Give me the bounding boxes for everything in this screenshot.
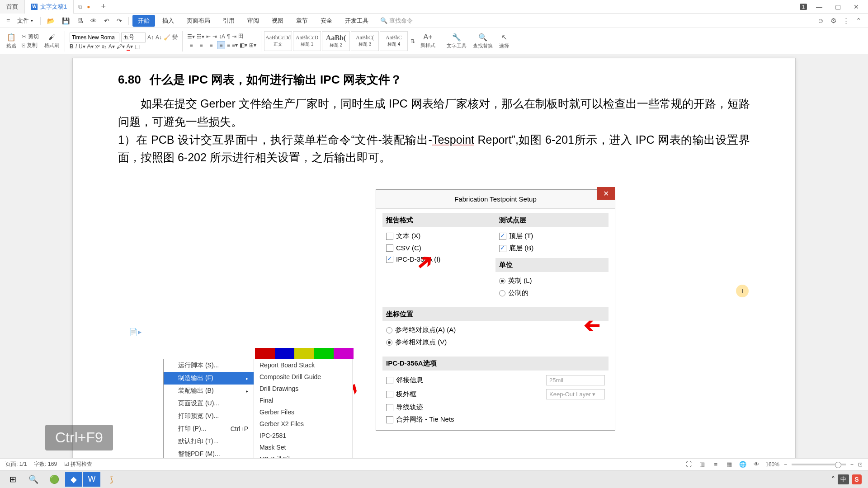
status-page[interactable]: 页面: 1/1 bbox=[5, 460, 27, 468]
checkbox-top[interactable]: 顶层 (T) bbox=[495, 230, 609, 242]
submenu-item[interactable]: 页面设置 (U)... bbox=[164, 397, 254, 410]
tab-document[interactable]: W 文字文稿1 bbox=[25, 0, 74, 14]
wps-icon[interactable]: W bbox=[83, 472, 100, 487]
numbering-button[interactable]: ☷▾ bbox=[197, 33, 204, 40]
zoom-out-icon[interactable]: − bbox=[784, 461, 787, 468]
style-gallery[interactable]: AaBbCcDd正文 AaBbCcD标题 1 AaBb(标题 2 AaBbC(标… bbox=[264, 31, 417, 52]
radio-rel-origin[interactable]: 参考相对原点 (V) bbox=[382, 336, 609, 348]
view-outline-icon[interactable]: ≡ bbox=[711, 460, 720, 469]
italic-button[interactable]: I bbox=[75, 43, 77, 50]
find-replace-button[interactable]: 🔍 查找替换 bbox=[470, 28, 495, 54]
submenu-item[interactable]: Report Board Stack bbox=[254, 359, 353, 371]
tab-insert[interactable]: 插入 bbox=[157, 15, 179, 27]
strike-button[interactable]: A▾ bbox=[87, 43, 94, 50]
tab-start[interactable]: 开始 bbox=[132, 15, 155, 27]
phonetic-icon[interactable]: 變 bbox=[172, 33, 178, 41]
align-right-button[interactable]: ≡ bbox=[207, 41, 215, 49]
format-painter-button[interactable]: 🖌 格式刷 bbox=[42, 28, 62, 54]
tab-chapter[interactable]: 章节 bbox=[291, 15, 313, 27]
paragraph-mark-button[interactable]: ¶ bbox=[227, 33, 230, 40]
select-button[interactable]: ↖ 选择 bbox=[496, 28, 512, 54]
checkbox-csv[interactable]: CSV (C) bbox=[382, 242, 495, 253]
dialog-close-button[interactable]: ✕ bbox=[597, 187, 615, 200]
tab-view[interactable]: 视图 bbox=[266, 15, 289, 27]
open-icon[interactable]: 📂 bbox=[44, 16, 57, 26]
text-tool-button[interactable]: 🔧 文字工具 bbox=[444, 28, 469, 54]
highlight-button[interactable]: 🖍▾ bbox=[117, 43, 125, 50]
subscript-button[interactable]: x₂ bbox=[102, 43, 107, 50]
tab-pagelayout[interactable]: 页面布局 bbox=[181, 15, 216, 27]
fit-page-icon[interactable]: ⊡ bbox=[858, 461, 863, 468]
align-left-button[interactable]: ≡ bbox=[187, 41, 195, 49]
zoom-level[interactable]: 160% bbox=[765, 461, 779, 468]
submenu-item[interactable]: 运行脚本 (S)... bbox=[164, 359, 254, 372]
submenu-item[interactable]: Gerber X2 Files bbox=[254, 418, 353, 430]
align-distribute-button[interactable]: ≡ bbox=[227, 42, 230, 48]
checkbox-merge-nets[interactable]: 合并网络 - Tie Nets bbox=[382, 413, 609, 426]
underline-button[interactable]: U▾ bbox=[79, 43, 85, 50]
view-web-icon[interactable]: ▦ bbox=[725, 460, 734, 469]
submenu-item[interactable]: IPC-2581 bbox=[254, 430, 353, 441]
maximize-button[interactable]: ▢ bbox=[831, 1, 844, 12]
zoom-slider[interactable] bbox=[792, 464, 846, 465]
tab-security[interactable]: 安全 bbox=[315, 15, 338, 27]
style-h3[interactable]: AaBbC(标题 3 bbox=[351, 31, 379, 51]
superscript-button[interactable]: x² bbox=[95, 43, 100, 50]
char-border-button[interactable]: ⬚ bbox=[135, 43, 140, 50]
more-icon[interactable]: ⋮ bbox=[843, 17, 849, 25]
shading-button[interactable]: ◧▾ bbox=[240, 42, 247, 48]
text-effect-button[interactable]: A▾ bbox=[108, 43, 115, 50]
save-icon[interactable]: 💾 bbox=[59, 16, 72, 26]
tab-home[interactable]: 首页 bbox=[0, 0, 25, 14]
print-preview-icon[interactable]: 👁 bbox=[88, 16, 99, 26]
align-justify-button[interactable]: ≡ bbox=[217, 41, 225, 49]
zoom-in-icon[interactable]: + bbox=[850, 461, 854, 468]
tray-up-icon[interactable]: ˄ bbox=[831, 475, 835, 483]
minimize-button[interactable]: — bbox=[812, 1, 826, 12]
font-size-select[interactable] bbox=[121, 33, 146, 42]
start-button[interactable]: ⊞ bbox=[3, 471, 23, 488]
chrome-icon[interactable]: 🟢 bbox=[44, 471, 64, 488]
view-print-icon[interactable]: ▥ bbox=[698, 460, 707, 469]
feedback-icon[interactable]: ☺ bbox=[817, 17, 824, 25]
fullscreen-icon[interactable]: ⛶ bbox=[684, 460, 693, 469]
new-style-button[interactable]: A+ 新样式 bbox=[418, 28, 438, 54]
close-button[interactable]: ✕ bbox=[850, 1, 863, 12]
checkbox-traces[interactable]: 导线轨迹 bbox=[382, 401, 609, 413]
bold-button[interactable]: B bbox=[70, 43, 74, 50]
cut-button[interactable]: ✂剪切 bbox=[22, 33, 39, 41]
font-name-select[interactable] bbox=[70, 33, 119, 42]
submenu-item[interactable]: 制造输出 (F) bbox=[164, 372, 254, 385]
submenu-item[interactable]: 打印 (P)...Ctrl+P bbox=[164, 422, 254, 435]
eye-icon[interactable]: 👁 bbox=[752, 460, 761, 469]
style-normal[interactable]: AaBbCcDd正文 bbox=[264, 31, 292, 51]
checkbox-text[interactable]: 文本 (X) bbox=[382, 230, 495, 242]
line-spacing-button[interactable]: ≡▾ bbox=[232, 42, 238, 48]
paste-group[interactable]: 📋 粘贴 bbox=[4, 28, 19, 54]
submenu-item[interactable]: Gerber Files bbox=[254, 406, 353, 418]
file-menu[interactable]: 文件▾ bbox=[14, 15, 37, 26]
status-words[interactable]: 字数: 169 bbox=[34, 460, 57, 468]
sort-button[interactable]: ↕A bbox=[219, 33, 225, 40]
indent-inc-button[interactable]: ⇥ bbox=[212, 33, 217, 40]
view-read-icon[interactable]: 🌐 bbox=[738, 460, 747, 469]
style-h4[interactable]: AaBbC标题 4 bbox=[380, 31, 408, 51]
radio-abs-origin[interactable]: 参考绝对原点(A) (A) bbox=[382, 324, 609, 336]
submenu-item[interactable]: Drill Drawings bbox=[254, 383, 353, 394]
submenu-item[interactable]: 打印预览 (V)... bbox=[164, 410, 254, 422]
sogou-ime-icon[interactable]: S bbox=[852, 474, 862, 484]
checkbox-board-outline[interactable]: 板外框Keep-Out Layer ▾ bbox=[382, 387, 609, 401]
submenu-item[interactable]: Composite Drill Guide bbox=[254, 371, 353, 383]
borders-button[interactable]: ⊞▾ bbox=[249, 42, 256, 48]
status-spellcheck[interactable]: ☑ 拼写检查 bbox=[64, 460, 92, 468]
tab-reference[interactable]: 引用 bbox=[217, 15, 240, 27]
outline-margin-icon[interactable]: 📄▸ bbox=[129, 328, 142, 336]
style-h1[interactable]: AaBbCcD标题 1 bbox=[293, 31, 321, 51]
settings-icon[interactable]: ⚙ bbox=[830, 17, 836, 25]
indent-dec-button[interactable]: ⇤ bbox=[206, 33, 211, 40]
ime-indicator[interactable]: 中 bbox=[838, 474, 849, 484]
redo-icon[interactable]: ↷ bbox=[114, 16, 125, 26]
checkbox-adjacency[interactable]: 邻接信息25mil bbox=[382, 373, 609, 387]
menu-burger-icon[interactable]: ≡ bbox=[6, 17, 10, 24]
notification-badge[interactable]: 1 bbox=[800, 4, 807, 10]
